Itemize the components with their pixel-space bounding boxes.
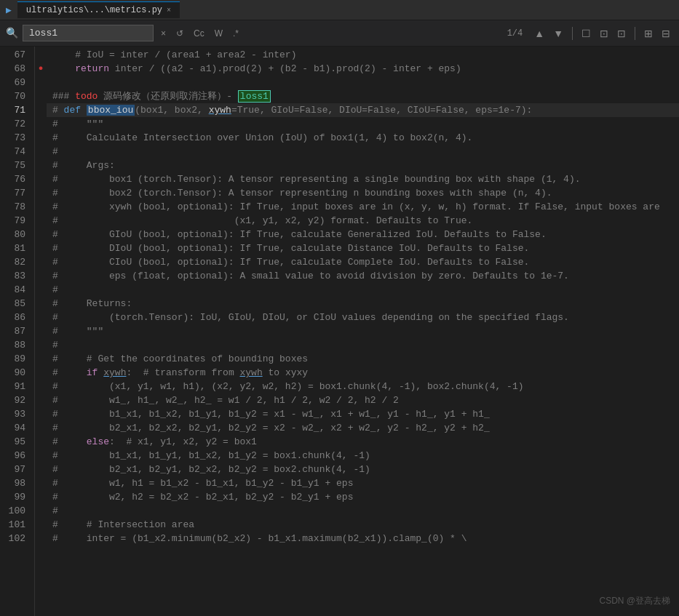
code-line: # IoU = inter / (area1 + area2 - inter) [47, 48, 679, 62]
line-number: 102 [6, 532, 25, 545]
line-number: 78 [6, 200, 25, 214]
tab-close-button[interactable]: × [167, 7, 171, 15]
gutter-line [35, 338, 47, 352]
gutter-line [35, 145, 47, 159]
code-line: # [47, 338, 679, 352]
line-number: 73 [6, 131, 25, 145]
gutter-line [35, 186, 47, 200]
breakpoint-gutter: ● [35, 47, 47, 616]
gutter-line [35, 324, 47, 338]
gutter-line [35, 504, 47, 518]
code-content[interactable]: # IoU = inter / (area1 + area2 - inter) … [47, 47, 679, 616]
line-number: 93 [6, 407, 25, 421]
prev-match-button[interactable]: ▲ [531, 26, 547, 41]
file-tab[interactable]: ultralytics\...\metrics.py × [17, 1, 180, 18]
gutter-line [35, 421, 47, 435]
gutter-line [35, 532, 47, 545]
code-line: # [47, 283, 679, 297]
preserve-case-button[interactable]: ↺ [173, 27, 186, 40]
nav-separator2 [635, 27, 635, 40]
search-icon: 🔍 [6, 27, 18, 39]
line-number: 96 [6, 449, 25, 463]
line-number: 70 [6, 89, 25, 103]
line-number: 72 [6, 117, 25, 131]
code-line: # """ [47, 117, 679, 131]
title-bar: ▶ ultralytics\...\metrics.py × [0, 0, 679, 20]
line-number: 75 [6, 159, 25, 172]
search-bar: 🔍 × ↺ Cc W .* 1/4 ▲ ▼ ☐ ⊡ ⊡ ⊞ ⊟ [0, 20, 679, 47]
line-number: 81 [6, 241, 25, 255]
gutter-line [35, 214, 47, 228]
code-line: # w1, h1 = b1_x2 - b1_x1, b1_y2 - b1_y1 … [47, 476, 679, 490]
line-number: 80 [6, 228, 25, 241]
search-nav-actions: 1/4 ▲ ▼ ☐ ⊡ ⊡ ⊞ ⊟ [501, 26, 673, 41]
nav-separator [572, 27, 573, 40]
code-line: # box2 (torch.Tensor): A tensor represen… [47, 186, 679, 200]
line-number: 91 [6, 380, 25, 393]
code-line: # def bbox_iou(box1, box2, xywh=True, GI… [47, 103, 679, 117]
code-line [47, 76, 679, 89]
whole-word-button[interactable]: W [212, 27, 226, 40]
line-number: 88 [6, 338, 25, 352]
gutter-line [35, 241, 47, 255]
line-number: 97 [6, 463, 25, 476]
gutter-line [35, 228, 47, 241]
code-line: # """ [47, 324, 679, 338]
gutter-line [35, 380, 47, 393]
gutter-line [35, 476, 47, 490]
code-line: # GIoU (bool, optional): If True, calcul… [47, 228, 679, 241]
code-line: # b2_x1, b2_y1, b2_x2, b2_y2 = box2.chun… [47, 463, 679, 476]
next-match-button[interactable]: ▼ [550, 26, 566, 41]
code-line: # b2_x1, b2_x2, b2_y1, b2_y2 = x2 - w2_,… [47, 421, 679, 435]
line-number: 71 [6, 103, 25, 117]
tab-filename: ultralytics\...\metrics.py [26, 5, 162, 15]
regex-button[interactable]: .* [230, 27, 242, 40]
line-number: 92 [6, 393, 25, 407]
search-input[interactable] [23, 25, 154, 41]
line-number: 86 [6, 311, 25, 324]
code-line: # w1_, h1_, w2_, h2_ = w1 / 2, h1 / 2, w… [47, 393, 679, 407]
line-number: 67 [6, 48, 25, 62]
line-number: 95 [6, 435, 25, 449]
line-number: 98 [6, 476, 25, 490]
watermark: CSDN @登高去梯 [599, 595, 670, 607]
gutter-line [35, 159, 47, 172]
more-options-button[interactable]: ⊞ [641, 26, 656, 41]
gutter-line [35, 172, 47, 186]
code-line: # (torch.Tensor): IoU, GIoU, DIoU, or CI… [47, 311, 679, 324]
gutter-line [35, 297, 47, 311]
code-line: # Returns: [47, 297, 679, 311]
code-line: # box1 (torch.Tensor): A tensor represen… [47, 172, 679, 186]
code-line: # inter = (b1_x2.minimum(b2_x2) - b1_x1.… [47, 532, 679, 545]
code-area: 6768697071727374757677787980818283848586… [0, 47, 679, 616]
gutter-line [35, 407, 47, 421]
filter-button[interactable]: ⊟ [659, 26, 673, 41]
code-line: # eps (float, optional): A small value t… [47, 269, 679, 283]
gutter-line [35, 463, 47, 476]
gutter-line [35, 435, 47, 449]
gutter-line [35, 131, 47, 145]
case-sensitive-button[interactable]: Cc [191, 27, 207, 40]
line-number: 83 [6, 269, 25, 283]
gutter-line [35, 449, 47, 463]
code-line: # # Get the coordinates of bounding boxe… [47, 352, 679, 366]
code-line: # # Intersection area [47, 518, 679, 532]
code-line: # w2, h2 = b2_x2 - b2_x1, b2_y2 - b2_y1 … [47, 490, 679, 504]
find-in-selection-button[interactable]: ☐ [579, 26, 594, 41]
toggle-replace-button[interactable]: ⊡ [597, 26, 611, 41]
line-number: 99 [6, 490, 25, 504]
line-number: 90 [6, 366, 25, 380]
line-number: 100 [6, 504, 25, 518]
gutter-line [35, 311, 47, 324]
line-number: 69 [6, 76, 25, 89]
line-number: 82 [6, 255, 25, 269]
gutter-line [35, 200, 47, 214]
code-line: # (x1, y1, w1, h1), (x2, y2, w2, h2) = b… [47, 380, 679, 393]
code-line: # CIoU (bool, optional): If True, calcul… [47, 255, 679, 269]
gutter-line: ● [35, 62, 47, 76]
close-search-button[interactable]: × [158, 27, 169, 40]
code-line: # (x1, y1, x2, y2) format. Defaults to T… [47, 214, 679, 228]
line-numbers: 6768697071727374757677787980818283848586… [0, 47, 35, 616]
code-line: # [47, 145, 679, 159]
toggle-replace2-button[interactable]: ⊡ [614, 26, 629, 41]
